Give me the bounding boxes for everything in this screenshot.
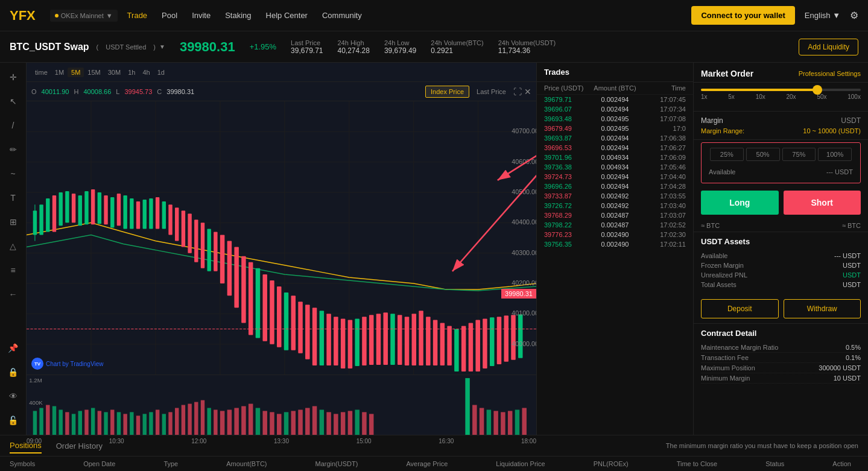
- time-btn-15m[interactable]: 15M: [84, 68, 104, 77]
- svg-rect-33: [143, 200, 147, 229]
- trade-amount: 0.002494: [591, 106, 638, 113]
- svg-rect-32: [136, 201, 140, 229]
- nav-item-invite[interactable]: Invite: [192, 11, 211, 20]
- price-type-buttons: Index Price Last Price ⛶ ✕: [425, 86, 531, 98]
- ohlc-l-label: L: [116, 88, 119, 95]
- chart-area[interactable]: 40700.00 40600.00 40500.00 40400.00 4030…: [27, 101, 536, 375]
- time-buttons-group: time1M5M15M30M1h4h1d: [31, 68, 168, 77]
- margin-currency: USDT: [841, 116, 861, 125]
- leverage-slider[interactable]: 1x5x10x20x50x100x: [701, 89, 861, 100]
- withdraw-button[interactable]: Withdraw: [784, 299, 861, 318]
- time-btn-5m[interactable]: 5M: [68, 68, 84, 77]
- pct-btn-25[interactable]: 25%: [710, 148, 744, 161]
- network-badge[interactable]: OKEx Mainnet ▼: [50, 10, 118, 22]
- time-btn-4h[interactable]: 4h: [139, 68, 153, 77]
- pair-name[interactable]: BTC_USDT Swap: [10, 42, 89, 52]
- crosshair-icon[interactable]: ✛: [4, 68, 23, 87]
- svg-rect-133: [249, 404, 253, 435]
- pin-icon[interactable]: 📌: [4, 338, 23, 358]
- svg-rect-24: [84, 191, 88, 224]
- trade-price: 39696.53: [544, 144, 591, 151]
- svg-rect-41: [194, 220, 198, 262]
- svg-rect-35: [156, 197, 159, 229]
- pct-btn-100[interactable]: 100%: [818, 148, 852, 161]
- svg-rect-111: [104, 412, 107, 435]
- svg-rect-65: [362, 317, 366, 365]
- trade-price: 39696.26: [544, 183, 591, 190]
- text-icon[interactable]: T: [4, 188, 23, 207]
- 24h-high-value: 40,274.28: [338, 46, 370, 55]
- pct-btn-50[interactable]: 50%: [746, 148, 780, 161]
- time-btn-1h[interactable]: 1h: [124, 68, 139, 77]
- time-btn-time[interactable]: time: [31, 68, 51, 77]
- svg-rect-48: [241, 256, 246, 323]
- trade-amount: 0.002494: [591, 96, 638, 103]
- cursor-icon[interactable]: ↖: [4, 92, 23, 111]
- pair-settled: (: [97, 43, 99, 51]
- trade-price: 39768.29: [544, 212, 591, 219]
- svg-rect-20: [59, 192, 62, 226]
- draw-icon[interactable]: ✏: [4, 140, 23, 159]
- svg-rect-75: [433, 320, 437, 365]
- language-selector[interactable]: English ▼: [805, 11, 840, 20]
- svg-text:40400.00: 40400.00: [512, 220, 536, 226]
- chevron-down-icon[interactable]: ▼: [159, 43, 165, 50]
- shapes-icon[interactable]: △: [4, 236, 23, 256]
- leverage-track: [701, 89, 861, 91]
- deposit-button[interactable]: Deposit: [701, 299, 779, 318]
- nav-item-community[interactable]: Community: [322, 11, 362, 20]
- svg-rect-62: [341, 318, 345, 368]
- pct-btn-75[interactable]: 75%: [782, 148, 816, 161]
- add-liquidity-button[interactable]: Add Liquidity: [799, 39, 858, 55]
- svg-rect-44: [214, 232, 217, 271]
- short-button[interactable]: Short: [784, 191, 861, 215]
- svg-rect-81: [475, 320, 480, 371]
- time-label-0: 09:00: [27, 438, 42, 444]
- eye-icon[interactable]: 👁: [4, 387, 23, 406]
- last-price-button[interactable]: Last Price: [472, 86, 511, 98]
- svg-text:1.2M: 1.2M: [29, 378, 42, 384]
- time-btn-1d[interactable]: 1d: [154, 68, 168, 77]
- logo[interactable]: YFX: [10, 8, 36, 24]
- svg-rect-122: [175, 408, 179, 435]
- trade-amount: 0.002494: [591, 144, 638, 151]
- close-chart-icon[interactable]: ✕: [524, 86, 531, 98]
- time-btn-1m[interactable]: 1M: [51, 68, 68, 77]
- trend-line-icon[interactable]: /: [4, 116, 23, 135]
- back-icon[interactable]: ←: [4, 285, 23, 304]
- brush-icon[interactable]: ~: [4, 164, 23, 183]
- nav-item-trade[interactable]: Trade: [127, 11, 147, 20]
- trade-time: 17:03:40: [639, 202, 686, 209]
- connect-wallet-button[interactable]: Connect to your wallet: [691, 6, 794, 25]
- svg-rect-42: [201, 223, 204, 268]
- trade-amount: 0.002495: [591, 115, 638, 122]
- ohlc-l-value: 39945.73: [124, 88, 152, 95]
- approx-short: ≈ BTC: [842, 222, 861, 229]
- fullscreen-icon[interactable]: ⛶: [513, 86, 522, 98]
- settings-icon[interactable]: ⚙: [850, 10, 858, 21]
- svg-rect-158: [515, 409, 519, 435]
- lock2-icon[interactable]: 🔓: [4, 411, 23, 430]
- index-price-button[interactable]: Index Price: [425, 86, 469, 98]
- indicators-icon[interactable]: ≡: [4, 261, 23, 280]
- margin-range-value: 10 ~ 10000 (USDT): [803, 127, 861, 134]
- svg-rect-85: [504, 315, 508, 362]
- svg-rect-87: [518, 314, 522, 358]
- leverage-thumb[interactable]: [813, 85, 822, 95]
- lock-icon[interactable]: 🔒: [4, 362, 23, 382]
- available-asset-label: Available: [701, 252, 727, 259]
- time-btn-30m[interactable]: 30M: [104, 68, 124, 77]
- svg-rect-135: [262, 411, 267, 435]
- nav-item-staking[interactable]: Staking: [225, 11, 251, 20]
- contract-detail-row: Maximum Position300000 USDT: [701, 363, 861, 373]
- svg-rect-132: [241, 406, 246, 435]
- measure-icon[interactable]: ⊞: [4, 212, 23, 232]
- trade-time: 17:02:52: [639, 221, 686, 229]
- pro-settings-link[interactable]: Professional Settings: [799, 70, 861, 77]
- nav-item-help-center[interactable]: Help Center: [266, 11, 308, 20]
- pct-buttons: 25%50%75%100%: [709, 148, 853, 161]
- available-row: Available --- USDT: [709, 166, 853, 178]
- nav-item-pool[interactable]: Pool: [162, 11, 177, 20]
- long-button[interactable]: Long: [701, 191, 779, 215]
- contract-label: Transaction Fee: [701, 354, 749, 361]
